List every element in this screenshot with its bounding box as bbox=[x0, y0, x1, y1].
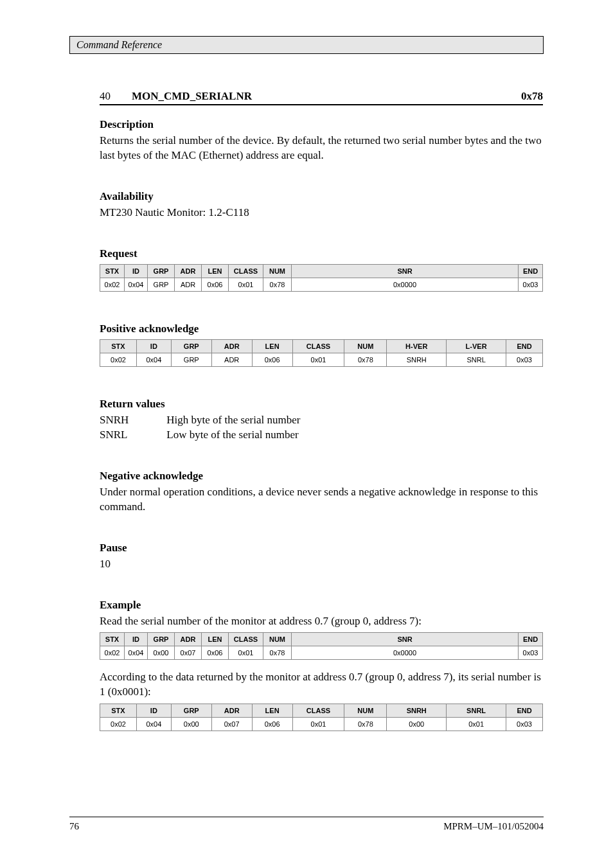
th: STX bbox=[100, 339, 137, 353]
command-security: 0x78 bbox=[498, 90, 543, 103]
td: 0x0000 bbox=[292, 646, 519, 660]
th: GRP bbox=[148, 633, 175, 646]
example-table-2: STX ID GRP ADR LEN CLASS NUM SNRH SNRL E… bbox=[100, 704, 543, 731]
td: 0x01 bbox=[447, 718, 506, 731]
td: 0x00 bbox=[148, 646, 175, 660]
page-content: 40 MON_CMD_SERIALNR 0x78 Description Ret… bbox=[100, 90, 543, 735]
return-desc: Low byte of the serial number bbox=[166, 429, 298, 441]
td: SNRH bbox=[387, 353, 447, 366]
description-label: Description bbox=[100, 118, 543, 131]
td: 0x00 bbox=[171, 718, 211, 731]
td: 0x03 bbox=[519, 646, 543, 660]
th: END bbox=[519, 633, 543, 646]
page-header-text: Command Reference bbox=[76, 39, 162, 51]
th: NUM bbox=[263, 264, 292, 278]
td: 0x04 bbox=[136, 353, 171, 366]
td: 0x00 bbox=[387, 718, 447, 731]
td: 0x04 bbox=[125, 278, 148, 291]
th: STX bbox=[100, 704, 137, 718]
return-label: Return values bbox=[100, 398, 543, 411]
return-name: SNRL bbox=[100, 428, 164, 443]
example-text2: According to the data returned by the mo… bbox=[100, 670, 543, 700]
th: NUM bbox=[344, 704, 387, 718]
td: ADR bbox=[175, 278, 202, 291]
td: 0x06 bbox=[252, 353, 292, 366]
th: SNRL bbox=[447, 704, 506, 718]
th: SNRH bbox=[387, 704, 447, 718]
td: 0x06 bbox=[252, 718, 292, 731]
td: 0x01 bbox=[229, 646, 263, 660]
td: ADR bbox=[211, 353, 252, 366]
th: ID bbox=[136, 339, 171, 353]
th: L-VER bbox=[447, 339, 506, 353]
page-header: Command Reference bbox=[69, 36, 544, 54]
command-number: 40 bbox=[100, 90, 132, 103]
negack-label: Negative acknowledge bbox=[100, 470, 543, 483]
pause-label: Pause bbox=[100, 542, 543, 554]
th: GRP bbox=[171, 339, 211, 353]
posack-label: Positive acknowledge bbox=[100, 323, 543, 335]
td: 0x78 bbox=[344, 718, 387, 731]
td: 0x07 bbox=[175, 646, 202, 660]
th: ADR bbox=[211, 339, 252, 353]
request-table: STX ID GRP ADR LEN CLASS NUM SNR END 0x0… bbox=[100, 264, 543, 292]
td: 0x07 bbox=[211, 718, 252, 731]
th: NUM bbox=[344, 339, 387, 353]
th: END bbox=[519, 264, 543, 278]
td: 0x04 bbox=[125, 646, 148, 660]
td: 0x78 bbox=[263, 646, 292, 660]
td: 0x03 bbox=[506, 718, 543, 731]
page-footer: 76 MPRM–UM–101/052004 bbox=[69, 817, 544, 832]
td: 0x02 bbox=[100, 646, 125, 660]
th: STX bbox=[100, 633, 125, 646]
description-text: Returns the serial number of the device.… bbox=[100, 134, 543, 163]
th: LEN bbox=[202, 264, 229, 278]
td: 0x01 bbox=[229, 278, 263, 291]
td: 0x02 bbox=[100, 353, 137, 366]
td: GRP bbox=[171, 353, 211, 366]
negack-text: Under normal operation conditions, a dev… bbox=[100, 485, 543, 515]
availability-label: Availability bbox=[100, 190, 543, 203]
th: CLASS bbox=[229, 264, 263, 278]
th: LEN bbox=[252, 339, 292, 353]
td: 0x03 bbox=[519, 278, 543, 291]
td: 0x78 bbox=[263, 278, 292, 291]
th: GRP bbox=[148, 264, 175, 278]
th: END bbox=[506, 704, 543, 718]
th: END bbox=[506, 339, 543, 353]
td: 0x02 bbox=[100, 718, 137, 731]
td: 0x04 bbox=[136, 718, 171, 731]
availability-text: MT230 Nautic Monitor: 1.2-C118 bbox=[100, 206, 543, 220]
example-table-1: STX ID GRP ADR LEN CLASS NUM SNR END 0x0… bbox=[100, 632, 543, 660]
th: SNR bbox=[292, 264, 519, 278]
pause-value: 10 bbox=[100, 557, 543, 572]
posack-table: STX ID GRP ADR LEN CLASS NUM H-VER L-VER… bbox=[100, 339, 543, 367]
td: GRP bbox=[148, 278, 175, 291]
td: 0x02 bbox=[100, 278, 125, 291]
td: 0x01 bbox=[292, 718, 344, 731]
return-name: SNRH bbox=[100, 413, 164, 428]
th: CLASS bbox=[229, 633, 263, 646]
return-row-0: SNRH High byte of the serial number bbox=[100, 413, 543, 428]
footer-doc: MPRM–UM–101/052004 bbox=[443, 821, 544, 832]
command-name: MON_CMD_SERIALNR bbox=[132, 90, 498, 103]
example-text1: Read the serial number of the monitor at… bbox=[100, 614, 543, 629]
request-label: Request bbox=[100, 247, 543, 260]
return-desc: High byte of the serial number bbox=[166, 414, 300, 426]
return-row-1: SNRL Low byte of the serial number bbox=[100, 428, 543, 443]
th: CLASS bbox=[292, 704, 344, 718]
th: ADR bbox=[175, 264, 202, 278]
td: 0x78 bbox=[344, 353, 387, 366]
th: H-VER bbox=[387, 339, 447, 353]
th: ADR bbox=[211, 704, 252, 718]
td: 0x0000 bbox=[292, 278, 519, 291]
td: 0x03 bbox=[506, 353, 543, 366]
th: SNR bbox=[292, 633, 519, 646]
command-header: 40 MON_CMD_SERIALNR 0x78 bbox=[100, 90, 543, 105]
td: SNRL bbox=[447, 353, 506, 366]
th: CLASS bbox=[292, 339, 344, 353]
td: 0x06 bbox=[202, 646, 229, 660]
th: NUM bbox=[263, 633, 292, 646]
example-label: Example bbox=[100, 599, 543, 612]
th: ID bbox=[125, 633, 148, 646]
